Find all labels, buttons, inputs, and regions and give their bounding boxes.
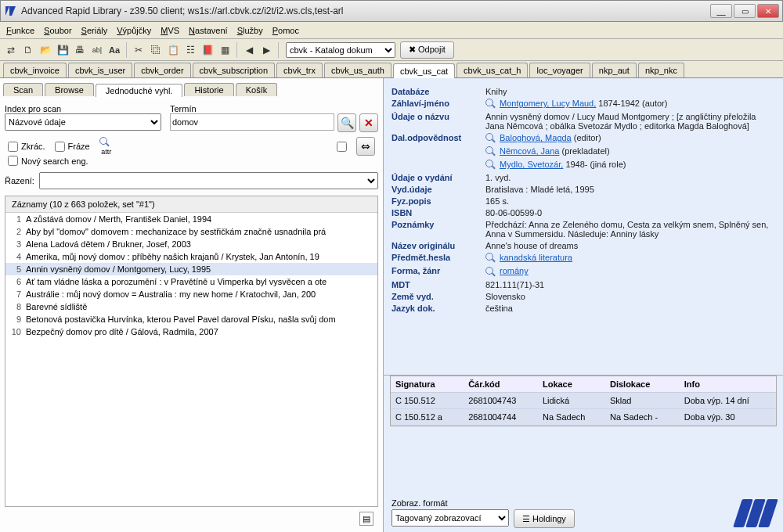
paste-icon[interactable]: 📋 [165, 42, 181, 58]
maximize-button[interactable]: ▭ [734, 4, 756, 18]
menu-výpůjčky[interactable]: Výpůjčky [117, 26, 151, 35]
detail-label: MDT [392, 280, 485, 289]
index-select[interactable]: Názvové údaje [5, 113, 161, 131]
tree-icon[interactable]: ☷ [182, 42, 198, 58]
menu-nastavení[interactable]: Nastavení [189, 26, 228, 35]
holdings-col: Info [680, 376, 776, 393]
next-icon[interactable]: ▶ [258, 42, 274, 58]
detail-label: Databáze [392, 87, 485, 96]
prev-icon[interactable]: ◀ [241, 42, 257, 58]
detail-link[interactable]: romány [500, 266, 529, 275]
open-icon[interactable]: 📂 [38, 42, 53, 58]
result-row[interactable]: 1A zůstává domov / Merth, František Dani… [5, 213, 377, 225]
window-titlebar: Advanced Rapid Library - z39.50 client; … [0, 0, 783, 22]
detail-link[interactable]: Němcová, Jana [500, 146, 559, 156]
app-icon [4, 5, 16, 17]
term-input[interactable] [170, 113, 334, 131]
swap-button[interactable]: ⇔ [356, 137, 375, 156]
dbtab-cbvk_is_user[interactable]: cbvk_is_user [68, 63, 132, 77]
dbtab-cbvk_subscription[interactable]: cbvk_subscription [193, 63, 275, 77]
dbtab-cbvk_order[interactable]: cbvk_order [134, 63, 190, 77]
grid-icon[interactable]: ▦ [217, 42, 233, 58]
detail-link[interactable]: Montgomery, Lucy Maud, [500, 99, 596, 108]
abl-icon[interactable]: ab| [89, 42, 105, 58]
detail-value: čeština [485, 304, 775, 313]
detail-value: kanadská literatura [485, 253, 775, 264]
detail-link[interactable]: kanadská literatura [500, 253, 572, 262]
detail-value: Annin vysněný domov / Lucy Maud Montgome… [485, 112, 775, 131]
result-row[interactable]: 7Austrálie : můj nový domov = Australia … [5, 288, 377, 300]
subtab-2[interactable]: Jednoduché vyhl. [96, 84, 183, 97]
detail-value: Baloghová, Magda (editor) [485, 133, 775, 144]
menu-pomoc[interactable]: Pomoc [272, 26, 299, 35]
result-row[interactable]: 9Betonová postavička Hurvínka, kterou Pa… [5, 313, 377, 325]
detail-link[interactable]: Baloghová, Magda [500, 133, 572, 142]
clear-button[interactable]: ✕ [359, 113, 378, 132]
subtab-1[interactable]: Browse [45, 83, 94, 96]
menu-funkce[interactable]: Funkce [6, 26, 34, 35]
result-row[interactable]: 8Barevné sídliště [5, 300, 377, 313]
search-button[interactable]: 🔍 [337, 113, 356, 132]
sort-select[interactable] [39, 172, 378, 189]
detail-label: Fyz.popis [392, 196, 485, 206]
result-row[interactable]: 4Amerika, můj nový domov : příběhy našic… [5, 250, 377, 263]
holdings-row[interactable]: C 150.5122681004743LidickáSkladDoba výp.… [391, 393, 776, 409]
right-pane: DatabázeKnihyZáhlaví-jménoMontgomery, Lu… [384, 78, 783, 532]
copy-icon[interactable]: ⿻ [148, 42, 164, 58]
zkrac-checkbox[interactable]: Zkrác. [8, 142, 45, 152]
detail-value: Knihy [485, 87, 775, 96]
save-icon[interactable]: 💾 [55, 42, 70, 58]
dbtab-cbvk_invoice[interactable]: cbvk_invoice [3, 63, 67, 77]
result-row[interactable]: 3Alena Ladová dětem / Brukner, Josef, 20… [5, 238, 377, 250]
new-icon[interactable]: 🗋 [20, 42, 36, 58]
result-row[interactable]: 6Ať tam vládne láska a porozumění : v Pr… [5, 275, 377, 288]
detail-link[interactable]: Mydlo, Svetozár, [500, 160, 563, 169]
detail-label: Země vyd. [392, 292, 485, 301]
holdings-row[interactable]: C 150.512 a2681004744Na SadechNa Sadech … [391, 409, 776, 426]
detail-label: Záhlaví-jméno [392, 99, 485, 108]
menubar: FunkceSouborSeriályVýpůjčkyMVSNastaveníS… [0, 22, 783, 39]
detail-value: Němcová, Jana (prekladatel) [485, 146, 775, 157]
list-expand-icon[interactable]: ▤ [359, 512, 373, 526]
vendor-logo [738, 499, 774, 527]
result-row[interactable]: 5Annin vysněný domov / Montgomery, Lucy,… [5, 263, 377, 275]
minimize-button[interactable]: __ [710, 4, 732, 18]
holdings-button[interactable]: ☰ Holdingy [514, 509, 575, 528]
format-select[interactable]: Tagovaný zobrazovací [392, 509, 509, 527]
dbtab-loc_voyager[interactable]: loc_voyager [529, 63, 590, 77]
dbtab-cbvk_us_cat[interactable]: cbvk_us_cat [393, 63, 455, 78]
close-button[interactable]: ✕ [757, 4, 779, 18]
subtab-0[interactable]: Scan [3, 83, 43, 96]
attr-label: attr [101, 148, 111, 156]
detail-value: 165 s. [485, 196, 775, 206]
dbtab-nkp_nkc[interactable]: nkp_nkc [638, 63, 684, 77]
subtab-4[interactable]: Košík [236, 83, 278, 96]
connect-icon[interactable]: ⇄ [3, 42, 19, 58]
print-icon[interactable]: 🖶 [72, 42, 88, 58]
fraze-checkbox[interactable]: Fráze [55, 142, 90, 152]
holdings-table: SignaturaČár.kódLokaceDislokaceInfoC 150… [390, 376, 777, 426]
unknown-checkbox[interactable] [337, 142, 347, 152]
menu-mvs[interactable]: MVS [161, 26, 179, 35]
dbtab-cbvk_trx[interactable]: cbvk_trx [276, 63, 323, 77]
result-row[interactable]: 10Bezpečný domov pro dítě / Gálová, Radm… [5, 325, 377, 338]
dbtab-nkp_aut[interactable]: nkp_aut [592, 63, 637, 77]
disconnect-button[interactable]: ✖ Odpojit [400, 41, 454, 59]
database-select[interactable]: cbvk - Katalog dokum [286, 42, 395, 58]
detail-value: 821.111(71)-31 [485, 280, 775, 289]
cut-icon[interactable]: ✂ [131, 42, 146, 58]
menu-soubor[interactable]: Soubor [44, 26, 71, 35]
menu-seriály[interactable]: Seriály [81, 26, 108, 35]
attr-icon[interactable] [99, 137, 110, 148]
menu-služby[interactable]: Služby [237, 26, 263, 35]
result-row[interactable]: 2Aby byl "domov" domovem : mechanizace b… [5, 225, 377, 238]
subtab-3[interactable]: Historie [184, 83, 233, 96]
detail-label: ISBN [392, 208, 485, 217]
font-icon[interactable]: Aa [106, 42, 122, 58]
detail-label: Údaje o vydání [392, 173, 485, 182]
dbtab-cbvk_us_cat_h[interactable]: cbvk_us_cat_h [456, 63, 528, 77]
dbtab-cbvk_us_auth[interactable]: cbvk_us_auth [324, 63, 392, 77]
newsearch-checkbox[interactable]: Nový search eng. [8, 156, 88, 166]
detail-label: Vyd.údaje [392, 185, 485, 194]
book-icon[interactable]: 📕 [200, 42, 215, 58]
